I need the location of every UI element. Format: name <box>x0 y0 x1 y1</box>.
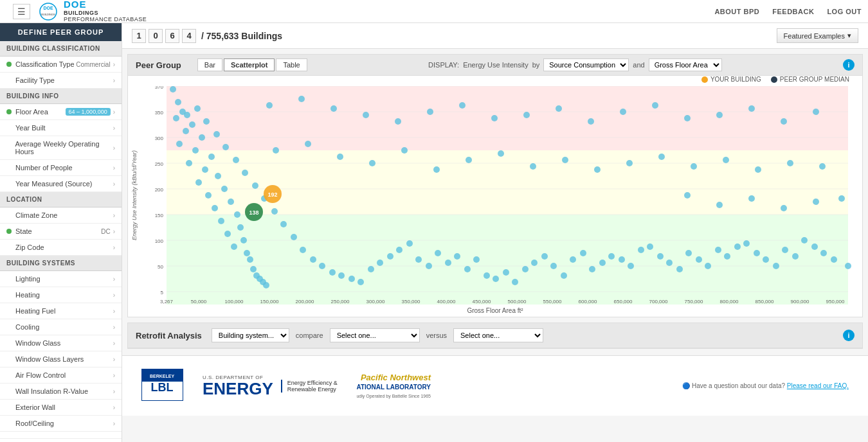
retrofit-header: Retrofit Analysis Building system... com… <box>128 323 862 348</box>
tab-scatterplot[interactable]: Scatterplot <box>224 58 275 71</box>
svg-point-111 <box>531 260 538 266</box>
svg-text:250: 250 <box>155 161 164 167</box>
total-buildings: / 755,633 Buildings <box>201 31 282 41</box>
svg-point-117 <box>589 266 595 272</box>
svg-point-92 <box>348 276 355 282</box>
svg-point-169 <box>498 150 504 157</box>
retrofit-select-2[interactable]: Select one... <box>453 328 543 342</box>
scatter-chart: 370 350 300 250 200 150 100 50 5 3,267 5… <box>141 86 854 305</box>
logout-link[interactable]: LOG OUT <box>827 8 862 15</box>
digit-3: 6 <box>165 29 179 43</box>
sidebar-item-climate-zone[interactable]: Climate Zone › <box>0 208 122 224</box>
chevron-icon: › <box>113 77 115 84</box>
sidebar-item-exterior-wall[interactable]: Exterior Wall › <box>0 400 122 416</box>
svg-point-81 <box>242 170 248 176</box>
sidebar-item-window-glass-layers[interactable]: Window Glass Layers › <box>0 351 122 367</box>
svg-point-132 <box>734 243 741 250</box>
chevron-icon: › <box>113 61 115 68</box>
svg-rect-5 <box>167 215 848 305</box>
svg-point-135 <box>763 256 769 263</box>
svg-text:300,000: 300,000 <box>366 299 385 305</box>
svg-point-158 <box>716 112 723 118</box>
peer-group-wrapper: Peer Group Bar Scatterplot Table DISPLAY… <box>127 54 863 317</box>
svg-text:BERKELEY: BERKELEY <box>150 374 174 378</box>
sidebar-item-year-built[interactable]: Year Built › <box>0 120 122 136</box>
sidebar-item-air-flow[interactable]: Air Flow Control › <box>0 367 122 384</box>
display-controls: DISPLAY: Energy Use Intensity by Source … <box>428 58 722 71</box>
svg-point-186 <box>845 263 851 269</box>
x-axis-label: Gross Floor Area ft² <box>128 305 862 317</box>
svg-point-82 <box>252 182 258 189</box>
sidebar-item-floor-area[interactable]: Floor Area 64 – 1,000,000 › <box>0 104 122 120</box>
svg-text:370: 370 <box>155 86 164 90</box>
sidebar-item-heating-fuel[interactable]: Heating Fuel › <box>0 303 122 319</box>
svg-text:NATIONAL LABORATORY: NATIONAL LABORATORY <box>357 384 431 391</box>
svg-point-178 <box>787 160 793 166</box>
sidebar-item-year-measured[interactable]: Year Measured (Source) › <box>0 176 122 192</box>
svg-point-98 <box>406 240 413 247</box>
svg-point-84 <box>271 208 278 215</box>
building-system-select[interactable]: Building system... <box>212 328 289 342</box>
doe-logo-icon: DOE BUILDINGS <box>37 3 60 21</box>
svg-point-115 <box>570 256 576 263</box>
main-content: 1 0 6 4 / 755,633 Buildings Featured Exa… <box>122 23 868 442</box>
section-building-systems: BUILDING SYSTEMS <box>0 256 122 271</box>
about-link[interactable]: ABOUT BPD <box>714 8 759 15</box>
tab-table[interactable]: Table <box>276 58 307 71</box>
svg-point-56 <box>208 154 215 160</box>
svg-point-141 <box>820 250 827 256</box>
svg-point-146 <box>330 105 337 112</box>
retrofit-info-icon[interactable]: i <box>843 330 854 341</box>
footer-question: 🔵 Have a question about our data? Please… <box>682 382 849 389</box>
svg-point-59 <box>218 218 224 224</box>
svg-text:850,000: 850,000 <box>755 299 774 305</box>
svg-point-105 <box>473 256 480 263</box>
svg-point-68 <box>247 256 253 263</box>
sidebar-item-roof-ceiling[interactable]: Roof/Ceiling › <box>0 416 122 432</box>
energy-logo: U.S. DEPARTMENT OF ENERGY Energy Efficie… <box>203 375 338 397</box>
svg-point-73 <box>263 282 269 288</box>
sidebar-item-num-people[interactable]: Number of People › <box>0 160 122 176</box>
faq-link[interactable]: Please read our FAQ. <box>787 382 849 389</box>
sidebar-item-facility-type[interactable]: Facility Type › <box>0 73 122 89</box>
svg-point-109 <box>512 279 518 285</box>
svg-point-112 <box>541 253 548 260</box>
featured-examples-button[interactable]: Featured Examples ▾ <box>777 28 858 43</box>
sidebar-item-window-glass[interactable]: Window Glass › <box>0 335 122 351</box>
sidebar-item-classification-type[interactable]: Classification Type Commercial › <box>0 57 122 73</box>
sidebar-item-cooling[interactable]: Cooling › <box>0 319 122 335</box>
svg-point-67 <box>244 250 250 256</box>
svg-text:150: 150 <box>155 213 164 218</box>
sidebar-item-state[interactable]: State DC › <box>0 224 122 240</box>
svg-point-121 <box>628 263 634 269</box>
sidebar-item-lighting[interactable]: Lighting › <box>0 271 122 287</box>
sidebar-footer: Powered by: BE BUILDING ENERGY™ <box>0 438 122 442</box>
svg-point-93 <box>357 279 364 285</box>
svg-point-66 <box>240 237 247 243</box>
svg-text:950,000: 950,000 <box>826 299 845 305</box>
svg-point-122 <box>638 247 644 253</box>
svg-point-60 <box>221 186 228 192</box>
area-select[interactable]: Gross Floor Area Net Floor Area <box>649 58 722 71</box>
svg-point-58 <box>215 173 221 179</box>
info-icon[interactable]: i <box>843 59 854 71</box>
digit-1: 1 <box>132 29 146 43</box>
sidebar-item-wall-insulation[interactable]: Wall Insulation R-Value › <box>0 384 122 400</box>
sidebar-item-operating-hours[interactable]: Average Weekly Operating Hours › <box>0 136 122 160</box>
svg-point-45 <box>173 115 179 121</box>
svg-text:192: 192 <box>267 191 277 198</box>
svg-point-107 <box>493 276 499 282</box>
retrofit-select-1[interactable]: Select one... <box>330 328 420 342</box>
hamburger-button[interactable]: ☰ <box>13 4 30 19</box>
svg-point-138 <box>792 253 799 260</box>
svg-point-144 <box>266 102 273 109</box>
sidebar-item-heating[interactable]: Heating › <box>0 287 122 303</box>
peer-median-dot <box>771 76 777 83</box>
section-building-classification: BUILDING CLASSIFICATION <box>0 41 122 57</box>
feedback-link[interactable]: FEEDBACK <box>772 8 814 15</box>
tab-bar[interactable]: Bar <box>197 58 222 71</box>
svg-point-61 <box>224 231 231 237</box>
source-select[interactable]: Source Consumption Site Consumption <box>543 58 629 71</box>
question-text: 🔵 Have a question about our data? <box>682 382 787 389</box>
sidebar-item-zip-code[interactable]: Zip Code › <box>0 240 122 256</box>
